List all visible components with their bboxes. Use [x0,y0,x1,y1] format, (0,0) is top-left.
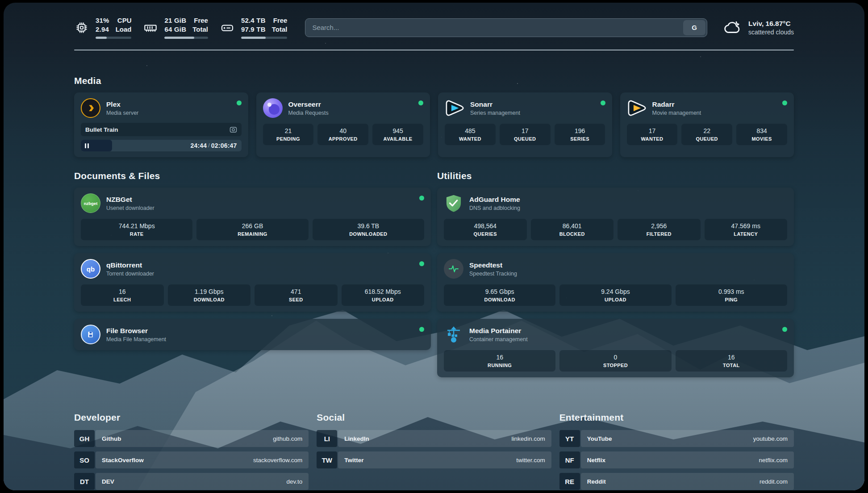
status-dot [601,100,605,105]
link-abbr: NF [559,451,580,468]
stat-series: 196SERIES [555,124,605,145]
total-label: Total [272,25,288,34]
link-stackoverflow[interactable]: SO StackOverflowstackoverflow.com [74,451,309,468]
dashboard-page: 31% 2.94 CPU Load [4,3,864,490]
stat-ping: 0.993 msPING [676,284,787,306]
stat-stopped: 0STOPPED [559,350,671,372]
stat-approved: 40APPROVED [317,124,368,145]
status-dot [419,196,424,201]
app-card-filebrowser[interactable]: File Browser Media File Management [74,319,431,350]
status-dot [418,100,423,105]
social-section-title: Social [317,412,551,423]
stat-pending: 21PENDING [263,124,314,145]
link-netflix[interactable]: NF Netflixnetflix.com [559,451,794,468]
app-card-plex[interactable]: Plex Media server Bullet Train [74,92,248,157]
cpu-icon [74,21,89,34]
status-dot [237,100,242,105]
stat-queued: 22QUEUED [681,124,732,145]
link-twitter[interactable]: TW Twittertwitter.com [317,451,551,468]
app-card-qbittorrent[interactable]: qb qBittorrent Torrent downloader 16LEEC… [74,253,431,312]
stat-queries: 498,564QUERIES [444,219,527,240]
ram-icon [143,21,158,35]
plex-icon [81,98,100,118]
speedtest-icon [444,259,463,279]
documents-column: Documents & Files nzbget NZBGet Usenet d… [74,171,431,384]
app-name: File Browser [106,327,413,335]
utilities-section-title: Utilities [437,171,794,181]
filebrowser-icon [81,325,100,344]
total-label: Total [192,25,208,34]
app-name: qBittorrent [106,261,413,269]
link-reddit[interactable]: RE Redditreddit.com [559,473,794,490]
app-card-portainer[interactable]: Media Portainer Container management 16R… [437,319,794,377]
playback-time: 24:44 / 02:06:47 [190,140,237,151]
app-card-radarr[interactable]: Radarr Movie management 17WANTED 22QUEUE… [620,92,794,157]
app-subtitle: Container management [469,336,776,343]
cpu-load: 2.94 [96,25,109,34]
link-github[interactable]: GH Githubgithub.com [74,430,309,447]
free-label: Free [272,16,288,25]
app-subtitle: Speedtest Tracking [469,271,787,277]
pause-icon[interactable] [85,143,89,148]
search-bar[interactable]: G [305,18,707,37]
adguard-icon [444,193,463,213]
ram-stat: 21 GiB 64 GiB Free Total [143,16,208,39]
link-abbr: YT [559,430,580,447]
status-dot [782,100,787,105]
developer-section: Developer GH Githubgithub.com SO StackOv… [74,412,309,490]
radarr-icon [627,98,647,118]
link-youtube[interactable]: YT YouTubeyoutube.com [559,430,794,447]
media-cards-row: Plex Media server Bullet Train [74,92,794,157]
portainer-icon [444,325,463,344]
free-label: Free [192,16,208,25]
search-engine-button[interactable]: G [683,20,705,35]
top-bar: 31% 2.94 CPU Load [74,16,794,39]
cpu-percent: 31% [96,16,109,25]
app-card-speedtest[interactable]: Speedtest Speedtest Tracking 9.65 GbpsDO… [437,253,794,312]
app-subtitle: Media File Management [106,336,413,343]
app-name: Speedtest [469,261,787,269]
stat-download: 1.19 GbpsDOWNLOAD [168,284,251,306]
app-card-adguard[interactable]: AdGuard Home DNS and adblocking 498,564Q… [437,188,794,246]
app-name: Radarr [652,100,777,109]
system-stats: 31% 2.94 CPU Load [74,16,287,39]
nzbget-icon: nzbget [81,193,100,213]
cpu-label: CPU [116,16,132,25]
social-section: Social LI LinkedInlinkedin.com TW Twitte… [317,412,551,490]
stat-filtered: 2,956FILTERED [618,219,701,240]
app-subtitle: Media server [106,110,231,116]
link-linkedin[interactable]: LI LinkedInlinkedin.com [317,430,551,447]
cpu-progress [96,37,131,39]
status-dot [782,327,787,332]
qbittorrent-icon: qb [81,259,100,279]
app-card-overseerr[interactable]: Overseerr Media Requests 21PENDING 40APP… [256,92,430,157]
developer-section-title: Developer [74,412,309,423]
search-input[interactable] [307,24,683,31]
link-dev[interactable]: DT DEVdev.to [74,473,309,490]
stat-wanted: 485WANTED [445,124,496,145]
app-subtitle: Media Requests [288,110,413,116]
documents-section-title: Documents & Files [74,171,431,181]
stat-latency: 47.569 msLATENCY [705,219,788,240]
app-subtitle: Series management [470,110,595,116]
stat-remaining: 266 GBREMAINING [196,219,308,240]
header-divider [74,50,794,50]
weather-condition: scattered clouds [748,29,794,36]
stat-upload: 9.24 GbpsUPLOAD [559,284,671,306]
stat-leech: 16LEECH [81,284,164,306]
app-card-nzbget[interactable]: nzbget NZBGet Usenet downloader 744.21 M… [74,188,431,246]
link-abbr: RE [559,473,580,490]
entertainment-section-title: Entertainment [559,412,794,423]
stat-download: 9.65 GbpsDOWNLOAD [444,284,555,306]
playback-progress[interactable]: 24:44 / 02:06:47 [81,140,242,151]
app-name: Overseerr [288,100,413,109]
app-subtitle: DNS and adblocking [469,205,787,211]
stat-seed: 471SEED [255,284,338,306]
disk-free: 52.4 TB [241,16,266,25]
now-playing-title: Bullet Train [85,126,118,133]
app-card-sonarr[interactable]: Sonarr Series management 485WANTED 17QUE… [438,92,612,157]
ram-progress [164,37,208,39]
stat-available: 945AVAILABLE [372,124,423,145]
cloud-moon-icon [723,18,742,37]
stat-blocked: 86,401BLOCKED [531,219,614,240]
